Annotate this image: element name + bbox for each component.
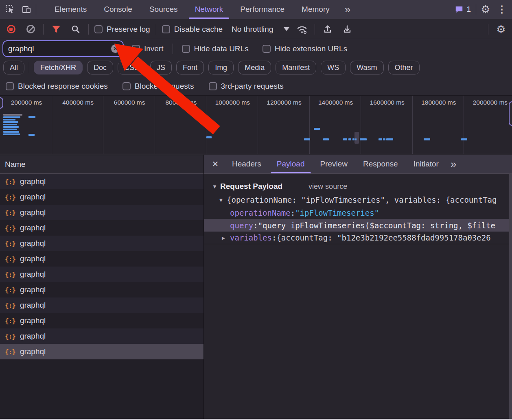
filter-chip-all[interactable]: All (3, 61, 24, 74)
json-braces-icon: {:} (5, 317, 15, 325)
details-tab-payload[interactable]: Payload (269, 155, 313, 173)
kebab-menu-icon[interactable]: ⋮ (495, 2, 509, 16)
details-tab-preview[interactable]: Preview (313, 155, 356, 173)
import-har-icon[interactable] (321, 22, 335, 36)
request-row[interactable]: {:}graphql (0, 220, 203, 236)
details-tab-headers[interactable]: Headers (224, 155, 269, 173)
blocked-response-cookies-checkbox[interactable]: Blocked response cookies (6, 82, 108, 91)
expand-triangle-icon[interactable]: ▶ (222, 235, 230, 241)
divider (29, 62, 29, 73)
tab-network[interactable]: Network (186, 0, 232, 19)
divider (488, 24, 488, 35)
throttling-dropdown[interactable]: No throttling (232, 25, 289, 34)
filter-chip-doc[interactable]: Doc (87, 61, 113, 74)
request-row[interactable]: {:}graphql (0, 313, 203, 328)
collapse-triangle-icon: ▼ (219, 197, 227, 203)
filter-chip-other[interactable]: Other (388, 61, 420, 74)
overview-left-handle[interactable] (0, 97, 3, 109)
record-network-log-button[interactable] (4, 22, 18, 36)
filter-input[interactable] (3, 44, 123, 53)
request-row[interactable]: {:}graphql (0, 174, 203, 189)
filter-chip-js[interactable]: JS (150, 61, 172, 74)
payload-row-operation-name[interactable]: operationName: "ipFlowTimeseries" (204, 206, 512, 219)
payload-row-query[interactable]: query: "query ipFlowTimeseries($accountT… (204, 219, 512, 232)
filter-chip-fetch-xhr[interactable]: Fetch/XHR (34, 61, 83, 74)
timeline-request-bar (3, 116, 20, 118)
timeline-gridline (412, 96, 413, 154)
details-tab-response[interactable]: Response (355, 155, 406, 173)
divider (315, 24, 315, 35)
timeline-tick-label: 400000 ms (56, 99, 101, 106)
filter-chip-img[interactable]: Img (208, 61, 234, 74)
payload-pane: ▼ Request Payload view source ▼ {operati… (204, 174, 512, 244)
tab-memory[interactable]: Memory (293, 0, 338, 19)
checkbox (132, 45, 140, 53)
timeline-gridline (309, 96, 310, 154)
filter-chip-manifest[interactable]: Manifest (276, 61, 316, 74)
collapse-triangle-icon[interactable]: ▼ (212, 184, 219, 190)
checkbox (209, 82, 217, 90)
tab-sources[interactable]: Sources (141, 0, 186, 19)
tab-performance[interactable]: Performance (232, 0, 293, 19)
column-header-name[interactable]: Name (0, 155, 203, 174)
invert-checkbox[interactable]: Invert (132, 44, 164, 53)
more-tabs-icon[interactable]: » (341, 4, 354, 15)
settings-gear-icon[interactable]: ⚙ (479, 2, 492, 16)
details-tab-initiator[interactable]: Initiator (406, 155, 446, 173)
filter-input-wrapper: ✕ (3, 41, 123, 56)
third-party-requests-checkbox[interactable]: 3rd-party requests (209, 82, 284, 91)
hide-extension-urls-checkbox[interactable]: Hide extension URLs (263, 44, 347, 53)
json-braces-icon: {:} (5, 178, 15, 186)
request-row[interactable]: {:}graphql (0, 282, 203, 298)
tab-elements[interactable]: Elements (46, 0, 95, 19)
timeline-request-bar (323, 138, 329, 140)
clear-filter-icon[interactable]: ✕ (111, 44, 120, 53)
json-braces-icon: {:} (5, 224, 15, 232)
hide-data-urls-checkbox[interactable]: Hide data URLs (182, 44, 249, 53)
payload-root-node[interactable]: ▼ {operationName: "ipFlowTimeseries", va… (204, 193, 512, 206)
blocked-requests-checkbox[interactable]: Blocked requests (123, 82, 194, 91)
request-row[interactable]: {:}graphql (0, 189, 203, 205)
filter-chip-css[interactable]: CSS (118, 61, 146, 74)
request-row[interactable]: {:}graphql (0, 328, 203, 344)
export-har-icon[interactable] (340, 22, 354, 36)
disable-cache-checkbox[interactable]: Disable cache (162, 25, 223, 34)
payload-row-variables[interactable]: ▶ variables: {accountTag: "b12e3b2192ee5… (204, 232, 512, 244)
tab-console[interactable]: Console (95, 0, 141, 19)
json-braces-icon: {:} (5, 240, 15, 247)
network-conditions-icon[interactable] (295, 22, 309, 36)
inspect-element-icon[interactable] (3, 2, 17, 16)
network-settings-gear-icon[interactable]: ⚙ (494, 22, 508, 36)
request-name: graphql (20, 270, 46, 279)
timeline-request-bar (379, 138, 382, 140)
close-details-icon[interactable]: ✕ (206, 159, 224, 169)
message-bubble-icon (455, 5, 464, 14)
json-braces-icon: {:} (5, 286, 15, 294)
filter-chip-media[interactable]: Media (238, 61, 271, 74)
filter-chip-ws[interactable]: WS (321, 61, 346, 74)
filter-funnel-icon[interactable] (49, 22, 63, 36)
request-row[interactable]: {:}graphql (0, 251, 203, 267)
timeline-request-bar (386, 138, 393, 140)
filter-chip-font[interactable]: Font (176, 61, 204, 74)
request-row[interactable]: {:}graphql (0, 267, 203, 282)
details-scrollbar[interactable] (509, 174, 512, 419)
filter-chip-wasm[interactable]: Wasm (350, 61, 383, 74)
checkbox (162, 25, 170, 33)
network-overview-timeline[interactable]: 200000 ms400000 ms600000 ms800000 ms1000… (0, 96, 512, 154)
device-toolbar-icon[interactable] (20, 2, 33, 16)
request-row[interactable]: {:}graphql (0, 205, 203, 220)
clear-network-log-button[interactable] (24, 22, 37, 36)
preserve-log-checkbox[interactable]: Preserve log (94, 25, 150, 34)
timeline-tick-label: 2000000 ms (468, 99, 512, 106)
timeline-request-bar (3, 119, 15, 120)
console-messages-button[interactable]: 1 (452, 5, 473, 14)
timeline-request-bar (348, 138, 351, 140)
request-row[interactable]: {:}graphql (0, 236, 203, 251)
search-icon[interactable] (69, 22, 83, 36)
view-source-link[interactable]: view source (309, 182, 347, 191)
more-details-tabs-icon[interactable]: » (446, 159, 460, 169)
resource-type-filter-chips: AllFetch/XHRDocCSSJSFontImgMediaManifest… (0, 58, 512, 77)
request-row[interactable]: {:}graphql (0, 298, 203, 313)
request-row[interactable]: {:}graphql (0, 344, 203, 359)
